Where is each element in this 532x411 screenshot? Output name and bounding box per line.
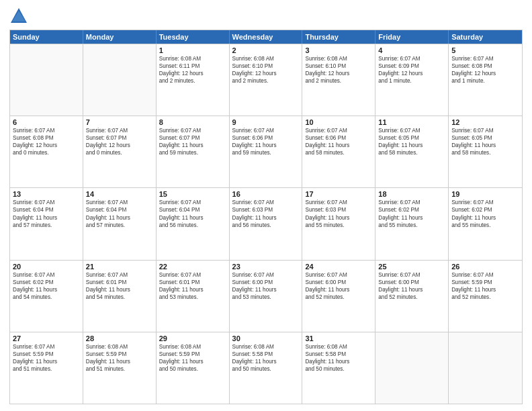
cell-info-line: Sunrise: 6:07 AM bbox=[378, 271, 445, 279]
cal-week-4: 20Sunrise: 6:07 AMSunset: 6:02 PMDayligh… bbox=[10, 260, 522, 332]
cell-info-line: and 51 minutes. bbox=[86, 365, 153, 373]
cal-cell bbox=[449, 332, 522, 404]
cell-info-line: and 1 minute. bbox=[451, 77, 519, 85]
cal-cell: 10Sunrise: 6:07 AMSunset: 6:06 PMDayligh… bbox=[302, 116, 375, 187]
cell-info-line: Sunrise: 6:08 AM bbox=[232, 55, 300, 62]
cell-info-line: Daylight: 11 hours bbox=[305, 214, 372, 222]
cell-info-line: Sunrise: 6:07 AM bbox=[86, 271, 153, 279]
cell-info-line: and 1 minute. bbox=[378, 77, 445, 85]
cal-cell: 25Sunrise: 6:07 AMSunset: 6:00 PMDayligh… bbox=[375, 261, 449, 332]
day-number: 31 bbox=[305, 334, 372, 342]
cal-cell: 16Sunrise: 6:07 AMSunset: 6:03 PMDayligh… bbox=[230, 188, 303, 259]
cell-info-line: Sunset: 6:08 PM bbox=[13, 134, 80, 142]
cell-info-line: Sunset: 6:05 PM bbox=[451, 134, 519, 142]
cell-info-line: Sunrise: 6:07 AM bbox=[451, 55, 519, 62]
cell-info-line: Daylight: 11 hours bbox=[451, 286, 519, 293]
cell-info-line: Sunset: 6:10 PM bbox=[305, 62, 372, 70]
day-number: 28 bbox=[86, 334, 153, 342]
cal-cell: 19Sunrise: 6:07 AMSunset: 6:02 PMDayligh… bbox=[449, 188, 522, 259]
cell-info-line: and 2 minutes. bbox=[159, 77, 226, 85]
cell-info-line: and 53 minutes. bbox=[159, 293, 226, 301]
cell-info-line: Sunrise: 6:07 AM bbox=[305, 271, 372, 279]
cal-cell: 14Sunrise: 6:07 AMSunset: 6:04 PMDayligh… bbox=[83, 188, 157, 259]
day-number: 9 bbox=[232, 118, 300, 126]
cell-info-line: Sunrise: 6:08 AM bbox=[159, 343, 226, 351]
cell-info-line: and 57 minutes. bbox=[86, 222, 153, 229]
cell-info-line: Sunrise: 6:07 AM bbox=[378, 199, 445, 206]
cell-info-line: Sunrise: 6:07 AM bbox=[159, 127, 226, 134]
logo-icon bbox=[9, 7, 28, 26]
cell-info-line: Daylight: 11 hours bbox=[232, 214, 300, 222]
cell-info-line: Daylight: 11 hours bbox=[86, 214, 153, 222]
cell-info-line: Sunrise: 6:08 AM bbox=[159, 55, 226, 62]
cal-cell: 28Sunrise: 6:08 AMSunset: 5:59 PMDayligh… bbox=[83, 332, 157, 404]
cal-cell: 20Sunrise: 6:07 AMSunset: 6:02 PMDayligh… bbox=[10, 261, 83, 332]
day-number: 14 bbox=[86, 190, 153, 198]
day-number: 18 bbox=[378, 190, 445, 198]
cell-info-line: and 0 minutes. bbox=[86, 149, 153, 156]
cell-info-line: Sunrise: 6:08 AM bbox=[305, 55, 372, 62]
cal-cell: 4Sunrise: 6:07 AMSunset: 6:09 PMDaylight… bbox=[375, 44, 449, 116]
cell-info-line: Sunset: 6:11 PM bbox=[159, 62, 226, 70]
day-number: 3 bbox=[305, 46, 372, 54]
cal-header-monday: Monday bbox=[83, 30, 157, 44]
cell-info-line: Sunset: 6:09 PM bbox=[378, 62, 445, 70]
cell-info-line: and 59 minutes. bbox=[232, 149, 300, 156]
cal-cell: 15Sunrise: 6:07 AMSunset: 6:04 PMDayligh… bbox=[157, 188, 230, 259]
cal-cell: 6Sunrise: 6:07 AMSunset: 6:08 PMDaylight… bbox=[10, 116, 83, 187]
cell-info-line: Daylight: 12 hours bbox=[13, 142, 80, 149]
cal-header-thursday: Thursday bbox=[302, 30, 375, 44]
cell-info-line: Daylight: 11 hours bbox=[159, 214, 226, 222]
day-number: 1 bbox=[159, 46, 226, 54]
cell-info-line: Daylight: 11 hours bbox=[86, 358, 153, 365]
day-number: 13 bbox=[13, 190, 80, 198]
day-number: 17 bbox=[305, 190, 372, 198]
cell-info-line: Sunrise: 6:07 AM bbox=[232, 127, 300, 134]
cal-week-5: 27Sunrise: 6:07 AMSunset: 5:59 PMDayligh… bbox=[10, 332, 522, 404]
cell-info-line: and 52 minutes. bbox=[451, 293, 519, 301]
cal-week-2: 6Sunrise: 6:07 AMSunset: 6:08 PMDaylight… bbox=[10, 116, 522, 187]
cell-info-line: Sunrise: 6:07 AM bbox=[13, 199, 80, 206]
cal-header-sunday: Sunday bbox=[10, 30, 83, 44]
cal-cell: 2Sunrise: 6:08 AMSunset: 6:10 PMDaylight… bbox=[230, 44, 303, 116]
cell-info-line: Sunset: 6:00 PM bbox=[232, 279, 300, 286]
cell-info-line: Sunset: 6:01 PM bbox=[159, 279, 226, 286]
cal-cell: 17Sunrise: 6:07 AMSunset: 6:03 PMDayligh… bbox=[302, 188, 375, 259]
cell-info-line: Sunset: 6:05 PM bbox=[378, 134, 445, 142]
cell-info-line: Daylight: 12 hours bbox=[378, 70, 445, 77]
cell-info-line: Sunrise: 6:07 AM bbox=[86, 127, 153, 134]
cal-cell: 7Sunrise: 6:07 AMSunset: 6:07 PMDaylight… bbox=[83, 116, 157, 187]
day-number: 22 bbox=[159, 263, 226, 271]
cal-cell: 22Sunrise: 6:07 AMSunset: 6:01 PMDayligh… bbox=[157, 261, 230, 332]
cell-info-line: Sunset: 6:00 PM bbox=[305, 279, 372, 286]
day-number: 2 bbox=[232, 46, 300, 54]
cal-header-saturday: Saturday bbox=[449, 30, 522, 44]
day-number: 4 bbox=[378, 46, 445, 54]
cell-info-line: Sunset: 6:03 PM bbox=[305, 206, 372, 214]
cell-info-line: Daylight: 11 hours bbox=[159, 142, 226, 149]
day-number: 26 bbox=[451, 263, 519, 271]
cell-info-line: and 59 minutes. bbox=[159, 149, 226, 156]
cell-info-line: Sunrise: 6:07 AM bbox=[232, 271, 300, 279]
cell-info-line: Sunrise: 6:07 AM bbox=[159, 199, 226, 206]
page: SundayMondayTuesdayWednesdayThursdayFrid… bbox=[0, 0, 532, 411]
cal-week-1: 1Sunrise: 6:08 AMSunset: 6:11 PMDaylight… bbox=[10, 44, 522, 116]
cal-cell: 5Sunrise: 6:07 AMSunset: 6:08 PMDaylight… bbox=[449, 44, 522, 116]
cell-info-line: Daylight: 11 hours bbox=[159, 286, 226, 293]
cell-info-line: Daylight: 11 hours bbox=[13, 286, 80, 293]
cell-info-line: Sunset: 5:59 PM bbox=[13, 351, 80, 358]
cell-info-line: Daylight: 11 hours bbox=[232, 142, 300, 149]
cal-cell: 8Sunrise: 6:07 AMSunset: 6:07 PMDaylight… bbox=[157, 116, 230, 187]
cell-info-line: Daylight: 12 hours bbox=[305, 70, 372, 77]
cell-info-line: Sunset: 6:06 PM bbox=[232, 134, 300, 142]
cell-info-line: and 55 minutes. bbox=[378, 222, 445, 229]
cell-info-line: Sunset: 6:04 PM bbox=[86, 206, 153, 214]
cell-info-line: Sunrise: 6:07 AM bbox=[13, 271, 80, 279]
cell-info-line: Daylight: 11 hours bbox=[232, 286, 300, 293]
day-number: 19 bbox=[451, 190, 519, 198]
cal-cell: 12Sunrise: 6:07 AMSunset: 6:05 PMDayligh… bbox=[449, 116, 522, 187]
cell-info-line: and 51 minutes. bbox=[13, 365, 80, 373]
day-number: 27 bbox=[13, 334, 80, 342]
cell-info-line: Sunset: 6:00 PM bbox=[378, 279, 445, 286]
cell-info-line: Daylight: 12 hours bbox=[86, 142, 153, 149]
